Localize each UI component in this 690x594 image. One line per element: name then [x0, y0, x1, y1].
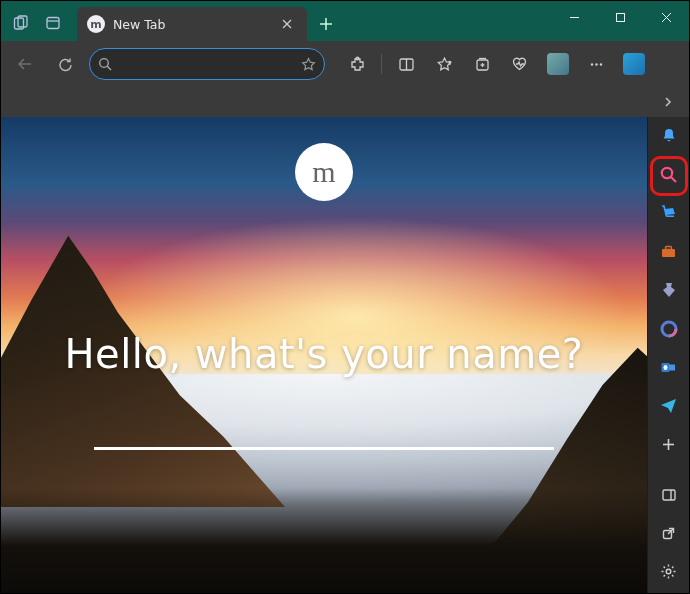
refresh-button[interactable]: [49, 48, 81, 80]
add-icon[interactable]: [655, 431, 683, 458]
body-row: m Hello, what's your name?: [1, 117, 689, 593]
send-icon[interactable]: [655, 393, 683, 420]
toolbox-icon[interactable]: [655, 239, 683, 266]
greeting-text: Hello, what's your name?: [65, 331, 584, 377]
titlebar: m New Tab: [1, 1, 689, 41]
shopping-icon[interactable]: [655, 200, 683, 227]
workspaces-icon[interactable]: [7, 9, 35, 37]
profile-avatar[interactable]: [542, 48, 574, 80]
copilot-icon[interactable]: [618, 48, 650, 80]
address-bar[interactable]: [89, 48, 325, 80]
panel-icon[interactable]: [655, 482, 683, 509]
search-icon[interactable]: [655, 162, 683, 189]
svg-rect-38: [663, 490, 675, 500]
name-input-line[interactable]: [94, 447, 554, 450]
svg-rect-34: [669, 364, 675, 370]
svg-point-25: [595, 63, 597, 65]
favorite-icon[interactable]: [301, 57, 316, 72]
settings-icon[interactable]: [655, 559, 683, 586]
svg-point-13: [100, 59, 109, 68]
address-input[interactable]: [118, 57, 295, 72]
games-icon[interactable]: [655, 277, 683, 304]
sidebar: [647, 117, 689, 593]
chevron-right-icon[interactable]: [661, 95, 675, 109]
search-icon: [98, 57, 112, 71]
greeting-panel: m Hello, what's your name?: [1, 117, 647, 593]
favorites-icon[interactable]: [428, 48, 460, 80]
notifications-icon[interactable]: [655, 123, 683, 150]
outlook-icon[interactable]: [655, 354, 683, 381]
svg-point-42: [666, 569, 671, 574]
extensions-icon[interactable]: [341, 48, 373, 80]
tab-actions-icon[interactable]: [39, 9, 67, 37]
maximize-button[interactable]: [597, 1, 643, 33]
external-icon[interactable]: [655, 520, 683, 547]
toolbar: [1, 41, 689, 87]
svg-rect-2: [47, 18, 59, 29]
page-content: m Hello, what's your name?: [1, 117, 647, 593]
tab-new-tab[interactable]: m New Tab: [77, 7, 307, 41]
back-button[interactable]: [9, 48, 41, 80]
titlebar-left: [1, 9, 73, 41]
favorites-bar: [1, 87, 689, 117]
health-icon[interactable]: [504, 48, 536, 80]
svg-point-26: [599, 63, 601, 65]
tab-favicon: m: [87, 15, 105, 33]
toolbar-actions: [341, 48, 650, 80]
window-close-button[interactable]: [643, 1, 689, 33]
highlight-box: [650, 156, 688, 196]
browser-window: m New Tab: [0, 0, 690, 594]
new-tab-button[interactable]: [311, 9, 341, 39]
collections-icon[interactable]: [466, 48, 498, 80]
svg-line-41: [668, 529, 673, 534]
svg-point-24: [590, 63, 592, 65]
svg-line-14: [107, 66, 111, 70]
svg-rect-9: [616, 13, 624, 21]
more-icon[interactable]: [580, 48, 612, 80]
profile-logo[interactable]: m: [295, 143, 353, 201]
split-screen-icon[interactable]: [390, 48, 422, 80]
window-controls: [551, 1, 689, 33]
separator: [381, 54, 382, 74]
m365-icon[interactable]: [655, 316, 683, 343]
svg-rect-30: [666, 247, 672, 250]
close-tab-icon[interactable]: [277, 14, 297, 34]
svg-point-35: [664, 365, 668, 370]
minimize-button[interactable]: [551, 1, 597, 33]
tab-title: New Tab: [113, 17, 269, 32]
